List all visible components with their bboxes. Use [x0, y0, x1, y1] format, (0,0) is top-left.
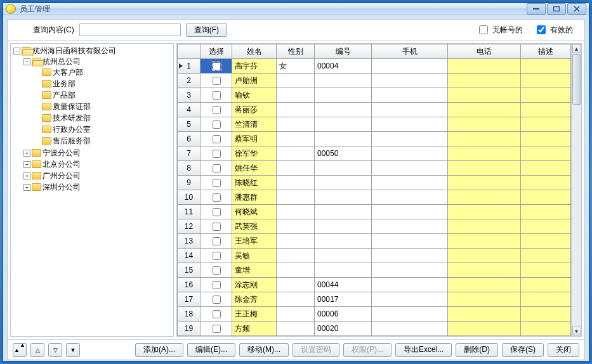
row-header[interactable]: 13 — [178, 234, 201, 249]
scroll-up-arrow[interactable]: ▲ — [572, 44, 581, 53]
collapse-icon[interactable]: − — [23, 58, 30, 65]
row-header[interactable]: 10 — [178, 190, 201, 205]
row-header[interactable]: 11 — [178, 205, 201, 219]
code-cell[interactable] — [315, 176, 372, 190]
name-cell[interactable]: 王培军 — [232, 234, 277, 249]
phone-cell[interactable] — [448, 278, 521, 292]
expand-icon[interactable]: + — [23, 150, 30, 157]
phone-cell[interactable] — [448, 132, 521, 146]
row-header[interactable]: 6 — [178, 132, 201, 146]
mobile-cell[interactable] — [372, 117, 448, 132]
expand-icon[interactable]: + — [23, 172, 30, 179]
table-row[interactable]: 18王正梅00006 — [178, 307, 571, 322]
phone-cell[interactable] — [448, 263, 521, 278]
expand-icon[interactable]: + — [23, 184, 30, 191]
close-button[interactable] — [567, 3, 586, 15]
checkbox-valid[interactable]: 有效的 — [534, 23, 573, 36]
row-checkbox[interactable] — [213, 252, 221, 260]
desc-cell[interactable] — [521, 307, 571, 322]
phone-cell[interactable] — [448, 103, 521, 117]
collapse-icon[interactable]: − — [13, 48, 20, 55]
row-header[interactable]: 3 — [178, 88, 201, 103]
desc-cell[interactable] — [521, 132, 571, 146]
name-cell[interactable]: 喻钦 — [232, 88, 277, 103]
phone-cell[interactable] — [448, 146, 521, 161]
sex-cell[interactable] — [277, 234, 315, 249]
code-cell[interactable] — [315, 117, 372, 132]
phone-cell[interactable] — [448, 176, 521, 190]
table-row[interactable]: 5竺清清 — [178, 117, 571, 132]
row-checkbox[interactable] — [213, 325, 221, 333]
desc-cell[interactable] — [521, 146, 571, 161]
sex-cell[interactable] — [277, 117, 315, 132]
maximize-button[interactable] — [547, 3, 566, 15]
tree-node[interactable]: 大客户部 — [34, 67, 172, 77]
mobile-cell[interactable] — [372, 74, 448, 88]
name-cell[interactable]: 童增 — [232, 263, 277, 278]
row-checkbox[interactable] — [213, 281, 221, 289]
sex-cell[interactable] — [277, 161, 315, 176]
col-select[interactable]: 选择 — [201, 44, 232, 59]
desc-cell[interactable] — [521, 205, 571, 219]
name-cell[interactable]: 方频 — [232, 322, 277, 336]
search-button[interactable]: 查询(F) — [186, 23, 227, 37]
table-row[interactable]: 6蔡军明 — [178, 132, 571, 146]
mobile-cell[interactable] — [372, 322, 448, 336]
expand-icon[interactable]: + — [23, 161, 30, 168]
code-cell[interactable] — [315, 132, 372, 146]
name-cell[interactable]: 潘惠群 — [232, 190, 277, 205]
tree-node[interactable]: 技术研发部 — [34, 113, 172, 123]
select-cell[interactable] — [201, 205, 232, 219]
select-cell[interactable] — [201, 322, 232, 336]
select-cell[interactable] — [201, 234, 232, 249]
sex-cell[interactable] — [277, 278, 315, 292]
tree-node[interactable]: −杭州总公司 — [23, 56, 172, 67]
phone-cell[interactable] — [448, 307, 521, 322]
col-desc[interactable]: 描述 — [521, 44, 571, 59]
name-cell[interactable]: 涂志刚 — [232, 278, 277, 292]
save-button[interactable]: 保存(S) — [502, 343, 544, 357]
row-header[interactable]: 5 — [178, 117, 201, 132]
code-cell[interactable] — [315, 88, 372, 103]
phone-cell[interactable] — [448, 117, 521, 132]
table-row[interactable]: 15童增 — [178, 263, 571, 278]
tree-node[interactable]: 售后服务部 — [34, 136, 172, 146]
name-cell[interactable]: 卢贻洲 — [232, 74, 277, 88]
tree-node[interactable]: −杭州海日函科技有限公司 — [13, 46, 172, 56]
desc-cell[interactable] — [521, 292, 571, 307]
select-cell[interactable] — [201, 132, 232, 146]
mobile-cell[interactable] — [372, 263, 448, 278]
mobile-cell[interactable] — [372, 59, 448, 74]
name-cell[interactable]: 吴敏 — [232, 249, 277, 263]
code-cell[interactable]: 00017 — [315, 292, 372, 307]
desc-cell[interactable] — [521, 263, 571, 278]
tree-node[interactable]: 业务部 — [34, 79, 172, 89]
table-row[interactable]: 10潘惠群 — [178, 190, 571, 205]
sex-cell[interactable] — [277, 205, 315, 219]
delete-button[interactable]: 删除(D) — [456, 343, 498, 357]
row-checkbox[interactable] — [213, 77, 221, 85]
sex-cell[interactable] — [277, 263, 315, 278]
select-cell[interactable] — [201, 219, 232, 234]
sex-cell[interactable] — [277, 132, 315, 146]
table-row[interactable]: 1高宇芬女00004 — [178, 59, 571, 74]
code-cell[interactable] — [315, 234, 372, 249]
mobile-cell[interactable] — [372, 234, 448, 249]
code-cell[interactable] — [315, 161, 372, 176]
row-header[interactable]: 12 — [178, 219, 201, 234]
nav-down-button[interactable]: ▽ — [48, 343, 62, 357]
desc-cell[interactable] — [521, 219, 571, 234]
select-cell[interactable] — [201, 190, 232, 205]
mobile-cell[interactable] — [372, 292, 448, 307]
add-button[interactable]: 添加(A)... — [135, 343, 183, 357]
code-cell[interactable]: 00004 — [315, 59, 372, 74]
code-cell[interactable]: 00044 — [315, 278, 372, 292]
code-cell[interactable] — [315, 103, 372, 117]
desc-cell[interactable] — [521, 322, 571, 336]
row-header[interactable]: 18 — [178, 307, 201, 322]
row-checkbox[interactable] — [213, 135, 221, 143]
table-row[interactable]: 16涂志刚00044 — [178, 278, 571, 292]
tree-node[interactable]: 质量保证部 — [34, 101, 172, 112]
name-cell[interactable]: 高宇芬 — [232, 59, 277, 74]
mobile-cell[interactable] — [372, 103, 448, 117]
